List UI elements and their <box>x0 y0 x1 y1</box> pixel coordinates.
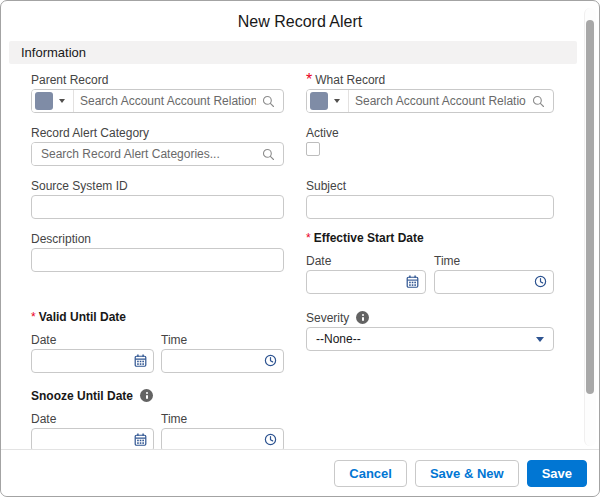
required-asterisk: * <box>306 232 311 244</box>
required-asterisk: * <box>31 311 36 323</box>
what-record-search-input[interactable] <box>349 90 532 112</box>
time-sublabel: Time <box>161 334 187 346</box>
field-parent-record: Parent Record <box>31 73 284 113</box>
date-sublabel: Date <box>31 334 56 346</box>
valid-until-date-date-field: Date <box>31 333 154 373</box>
severity-selected-value: --None-- <box>316 332 361 346</box>
subject-input[interactable] <box>306 195 554 219</box>
parent-record-object-switcher[interactable] <box>32 90 74 112</box>
chevron-down-icon <box>536 337 544 342</box>
severity-label: Severity <box>306 312 349 324</box>
field-effective-start-date: * Effective Start Date Date <box>306 232 554 294</box>
field-description: Description <box>31 232 284 294</box>
calendar-icon[interactable] <box>406 275 419 288</box>
parent-record-label: Parent Record <box>31 74 108 86</box>
empty-cell <box>306 389 554 452</box>
form-row: * Valid Until Date Date Tim <box>31 311 599 373</box>
modal-title: New Record Alert <box>1 1 599 31</box>
snooze-until-date-date-field: Date <box>31 412 154 452</box>
save-button[interactable]: Save <box>527 460 587 487</box>
effective-start-date-time-field: Time <box>434 254 554 294</box>
valid-until-date-time-field: Time <box>161 333 284 373</box>
record-alert-category-search-input[interactable] <box>32 143 262 165</box>
section-header-information: Information <box>9 41 577 64</box>
clock-icon[interactable] <box>264 354 277 367</box>
chevron-down-icon <box>59 99 65 103</box>
info-icon[interactable] <box>140 389 153 402</box>
time-sublabel: Time <box>434 255 460 267</box>
what-record-object-switcher[interactable] <box>307 90 349 112</box>
field-active: Active <box>306 126 554 166</box>
field-snooze-until-date: Snooze Until Date Date Tim <box>31 389 284 452</box>
record-object-icon <box>310 92 328 110</box>
field-what-record: * What Record <box>306 73 554 113</box>
chevron-down-icon <box>334 99 340 103</box>
save-and-new-button[interactable]: Save & New <box>415 460 519 487</box>
search-icon <box>532 95 553 108</box>
valid-until-date-label: * Valid Until Date <box>31 311 284 323</box>
scrollbar-track[interactable] <box>584 8 596 446</box>
form-row: Parent Record * What Record <box>31 73 599 113</box>
active-checkbox[interactable] <box>306 142 320 156</box>
section-header-label: Information <box>21 45 86 60</box>
calendar-icon[interactable] <box>134 433 147 446</box>
form-row: Source System ID Subject <box>31 179 599 219</box>
form-row: Snooze Until Date Date Tim <box>31 389 599 452</box>
subject-label: Subject <box>306 180 346 192</box>
search-icon <box>262 95 283 108</box>
form-row: Description * Effective Start Date Date <box>31 232 599 294</box>
info-icon[interactable] <box>356 311 369 324</box>
record-alert-category-label: Record Alert Category <box>31 127 149 139</box>
what-record-label: What Record <box>315 74 385 86</box>
record-alert-form: Parent Record * What Record <box>1 64 599 452</box>
clock-icon[interactable] <box>534 275 547 288</box>
what-record-lookup[interactable] <box>306 89 554 113</box>
field-source-system-id: Source System ID <box>31 179 284 219</box>
source-system-id-label: Source System ID <box>31 180 128 192</box>
required-asterisk: * <box>306 71 312 89</box>
record-alert-category-lookup[interactable] <box>31 142 284 166</box>
scrollbar-thumb[interactable] <box>586 20 594 394</box>
effective-start-date-date-field: Date <box>306 254 426 294</box>
field-valid-until-date: * Valid Until Date Date Tim <box>31 311 284 373</box>
effective-start-date-label: * Effective Start Date <box>306 232 554 244</box>
active-label: Active <box>306 127 339 139</box>
new-record-alert-modal: New Record Alert Information Parent Reco… <box>0 0 600 497</box>
date-sublabel: Date <box>31 413 56 425</box>
cancel-button[interactable]: Cancel <box>334 460 407 487</box>
date-sublabel: Date <box>306 255 331 267</box>
description-label: Description <box>31 233 91 245</box>
field-subject: Subject <box>306 179 554 219</box>
parent-record-search-input[interactable] <box>74 90 262 112</box>
severity-select[interactable]: --None-- <box>306 327 554 351</box>
snooze-until-date-time-field: Time <box>161 412 284 452</box>
field-record-alert-category: Record Alert Category <box>31 126 284 166</box>
description-input[interactable] <box>31 248 284 272</box>
time-sublabel: Time <box>161 413 187 425</box>
search-icon <box>262 148 283 161</box>
field-severity: Severity --None-- <box>306 311 554 373</box>
calendar-icon[interactable] <box>134 354 147 367</box>
snooze-until-date-label: Snooze Until Date <box>31 389 284 402</box>
modal-footer: Cancel Save & New Save <box>1 449 599 496</box>
source-system-id-input[interactable] <box>31 195 284 219</box>
clock-icon[interactable] <box>264 433 277 446</box>
record-object-icon <box>35 92 53 110</box>
form-row: Record Alert Category Active <box>31 126 599 166</box>
parent-record-lookup[interactable] <box>31 89 284 113</box>
